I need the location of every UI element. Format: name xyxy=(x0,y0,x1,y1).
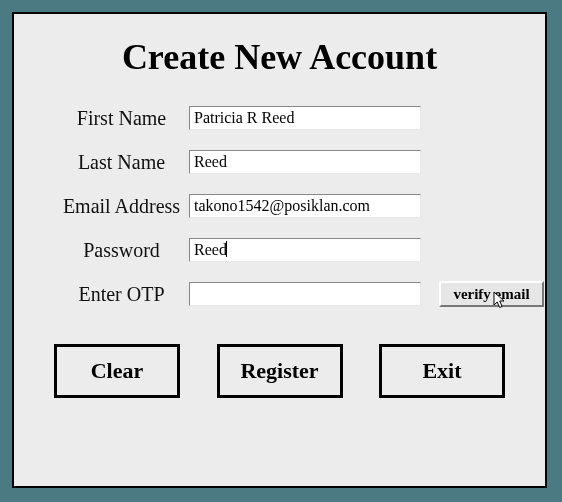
row-password: Password Reed xyxy=(54,228,545,272)
page-title: Create New Account xyxy=(14,36,545,78)
row-last-name: Last Name Reed xyxy=(54,140,545,184)
verify-email-label: verify email xyxy=(453,286,529,302)
form: First Name Patricia R Reed Last Name Ree… xyxy=(54,96,545,316)
first-name-input[interactable]: Patricia R Reed xyxy=(189,106,421,130)
exit-button[interactable]: Exit xyxy=(379,344,505,398)
row-first-name: First Name Patricia R Reed xyxy=(54,96,545,140)
label-first-name: First Name xyxy=(54,107,189,130)
text-caret xyxy=(226,241,227,257)
row-email: Email Address takono1542@posiklan.com xyxy=(54,184,545,228)
verify-email-button[interactable]: verify email xyxy=(439,281,544,307)
email-input[interactable]: takono1542@posiklan.com xyxy=(189,194,421,218)
create-account-window: Create New Account First Name Patricia R… xyxy=(12,12,547,488)
label-password: Password xyxy=(54,239,189,262)
button-row: Clear Register Exit xyxy=(54,344,505,398)
register-button[interactable]: Register xyxy=(217,344,343,398)
last-name-input[interactable]: Reed xyxy=(189,150,421,174)
label-last-name: Last Name xyxy=(54,151,189,174)
clear-button[interactable]: Clear xyxy=(54,344,180,398)
password-input[interactable]: Reed xyxy=(189,238,421,262)
row-otp: Enter OTP verify email xyxy=(54,272,545,316)
label-otp: Enter OTP xyxy=(54,283,189,306)
label-email: Email Address xyxy=(54,195,189,218)
otp-input[interactable] xyxy=(189,282,421,306)
